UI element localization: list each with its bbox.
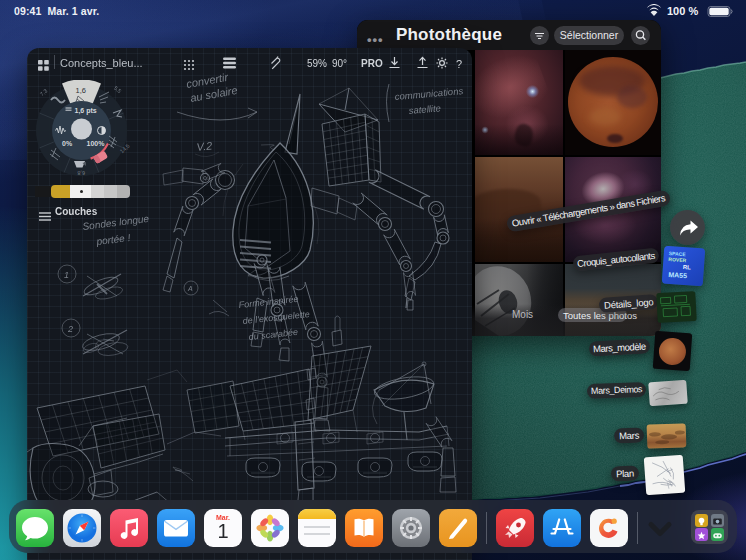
svg-text:ROVER: ROVER xyxy=(668,256,687,263)
svg-text:satellite: satellite xyxy=(408,102,441,116)
svg-text:6,8: 6,8 xyxy=(77,170,85,176)
svg-text:7,3: 7,3 xyxy=(39,88,49,98)
svg-text:A: A xyxy=(187,285,193,292)
svg-text:1,6: 1,6 xyxy=(76,86,86,95)
svg-text:0%: 0% xyxy=(62,140,73,147)
svg-text:MA55: MA55 xyxy=(668,271,687,279)
svg-text:portée !: portée ! xyxy=(95,232,131,247)
svg-text:RL: RL xyxy=(683,264,692,271)
svg-text:communications: communications xyxy=(394,85,464,102)
svg-text:1: 1 xyxy=(64,270,69,280)
svg-text:V.2: V.2 xyxy=(196,139,213,153)
svg-text:100%: 100% xyxy=(87,140,106,147)
svg-text:5,5: 5,5 xyxy=(113,85,123,94)
svg-text:100 %: 100 % xyxy=(667,5,698,17)
svg-text:du scarabée: du scarabée xyxy=(248,327,298,342)
svg-text:1,6 pts: 1,6 pts xyxy=(75,107,97,115)
svg-text:Forme inspirée: Forme inspirée xyxy=(238,294,299,310)
svg-text:2: 2 xyxy=(67,324,73,334)
